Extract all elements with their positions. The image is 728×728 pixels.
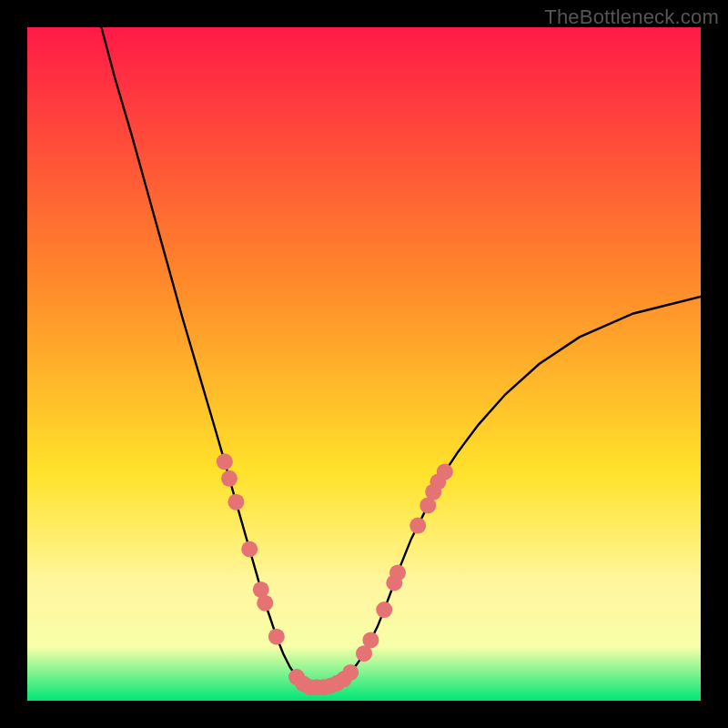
data-marker	[376, 602, 392, 618]
data-marker	[410, 518, 426, 534]
data-marker	[342, 664, 359, 681]
data-marker	[221, 470, 238, 487]
data-marker	[362, 632, 379, 648]
pale-band	[27, 573, 701, 619]
plot-area	[27, 27, 701, 701]
data-marker	[437, 463, 453, 480]
plot-svg	[27, 27, 701, 701]
data-marker	[268, 629, 285, 645]
data-marker	[257, 595, 273, 612]
data-marker	[389, 564, 406, 581]
data-marker	[217, 453, 233, 470]
data-marker	[228, 494, 244, 511]
data-marker	[241, 541, 258, 558]
watermark-text: TheBottleneck.com	[544, 5, 719, 29]
chart-frame: TheBottleneck.com	[0, 0, 728, 728]
